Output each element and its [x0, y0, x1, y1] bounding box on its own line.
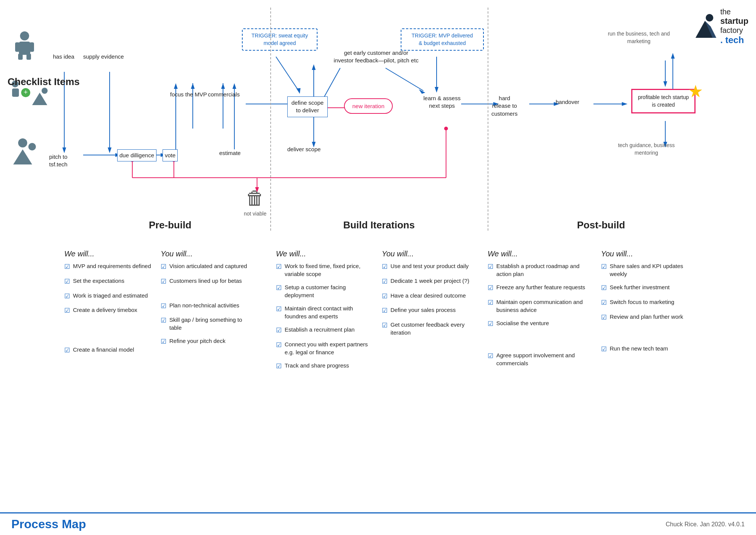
hard-release-label: hardrelease tocustomers: [491, 95, 517, 118]
new-iteration-node: new iteration: [344, 98, 393, 114]
trigger-box-1: TRIGGER: sweat equitymodel agreed: [242, 28, 318, 51]
svg-marker-71: [13, 149, 32, 164]
handover-label: handover: [556, 98, 579, 106]
commercials-label: commercials: [208, 91, 240, 98]
logo-text-line4: . tech: [720, 35, 748, 45]
svg-marker-68: [32, 93, 47, 105]
svg-point-69: [42, 88, 48, 94]
estimate-label: estimate: [219, 149, 241, 157]
post-you-spacer: ☑ Run the new tech team: [601, 344, 699, 354]
check-icon: ☑: [161, 262, 166, 271]
check-icon: ☑: [161, 277, 166, 286]
tech-guidance-label: tech guidance, business mentoring: [609, 142, 684, 157]
build-you-col: You will... ☑ Use and test your product …: [382, 250, 480, 342]
check-icon: ☑: [601, 262, 607, 271]
diagram-area: + has idea supply evidence TRIGGER: swea…: [0, 8, 718, 231]
pre-build-we-col: We will... ☑ MVP and requirements define…: [64, 250, 155, 360]
trigger-box-2: TRIGGER: MVP delivered& budget exhausted: [401, 28, 484, 51]
trigger2-text: TRIGGER: MVP delivered& budget exhausted: [412, 33, 473, 46]
pre-build-we-item-4: ☑ Create a delivery timebox: [64, 306, 155, 315]
svg-marker-26: [419, 89, 425, 94]
post-build-you-label: You will...: [601, 250, 699, 258]
deliver-scope-label: deliver scope: [287, 146, 321, 153]
svg-marker-14: [221, 83, 225, 89]
build-you-item-2: ☑ Dedicate 1 week per project (?): [382, 277, 480, 286]
build-we-col: We will... ☑ Work to fixed time, fixed p…: [276, 250, 374, 376]
logo-text-line2: startup: [720, 16, 748, 26]
pre-build-we-item-3: ☑ Work is triaged and estimated: [64, 292, 155, 301]
pre-build-you-col: You will... ☑ Vision articulated and cap…: [161, 250, 251, 352]
pre-build-you-item-5: ☑ Refine your pitch deck: [161, 337, 251, 346]
check-icon: ☑: [276, 284, 282, 293]
pre-build-you-spacer: ☑ Plan non-technical activities ☑ Skill …: [161, 301, 251, 347]
check-icon: ☑: [64, 292, 70, 301]
pre-build-you-label: You will...: [161, 250, 251, 258]
svg-marker-38: [671, 53, 675, 59]
check-icon: ☑: [488, 262, 493, 271]
focus-mvp-label: focus the MVP: [170, 91, 207, 98]
check-icon: ☑: [161, 337, 166, 346]
run-business-label: run the business, tech and marketing: [601, 30, 677, 45]
svg-point-58: [20, 31, 29, 40]
post-we-item-5: ☑ Agree support involvement and commerci…: [488, 351, 593, 367]
pre-build-you-item-1: ☑ Vision articulated and captured: [161, 262, 251, 271]
check-icon: ☑: [488, 352, 493, 361]
pre-build-you-item-2: ☑ Customers lined up for betas: [161, 277, 251, 286]
trigger1-text: TRIGGER: sweat equitymodel agreed: [251, 33, 308, 46]
svg-marker-42: [435, 87, 438, 93]
svg-marker-6: [108, 147, 112, 153]
check-icon: ☑: [601, 298, 607, 307]
logo-text-line1: the: [720, 8, 748, 16]
divider-1: [270, 8, 271, 231]
check-icon: ☑: [601, 284, 607, 293]
pre-build-you-item-3: ☑ Plan non-technical activities: [161, 301, 251, 311]
build-you-label: You will...: [382, 250, 480, 258]
check-icon: ☑: [382, 306, 387, 315]
svg-line-39: [276, 57, 299, 91]
svg-rect-63: [26, 54, 31, 60]
define-scope-node: define scopeto deliver: [287, 96, 328, 117]
check-icon: ☑: [382, 321, 387, 330]
svg-marker-16: [174, 83, 178, 89]
post-we-item-2: ☑ Freeze any further feature requests: [488, 283, 593, 293]
supply-evidence-label: supply evidence: [83, 53, 124, 60]
trash-icon: 🗑: [244, 187, 266, 209]
svg-marker-22: [312, 64, 316, 70]
pre-build-we-item-1: ☑ MVP and requirements defined: [64, 262, 155, 271]
check-icon: ☑: [64, 346, 70, 355]
check-icon: ☑: [64, 277, 70, 286]
logo-text-line3: factory: [720, 26, 748, 35]
build-you-item-3: ☑ Have a clear desired outcome: [382, 292, 480, 301]
due-dilligence-node: due dilligence: [117, 149, 156, 161]
post-we-item-4: ☑ Socialise the venture: [488, 319, 593, 329]
pitch-to-label: pitch totsf.tech: [49, 153, 67, 169]
not-viable-label: not viable: [244, 211, 266, 217]
post-you-item-5: ☑ Run the new tech team: [601, 344, 699, 354]
check-icon: ☑: [161, 302, 166, 311]
svg-rect-59: [19, 42, 30, 55]
build-we-item-4: ☑ Establish a recruitment plan: [276, 326, 374, 335]
svg-rect-65: [12, 88, 19, 97]
post-we-item-3: ☑ Maintain open communication and busine…: [488, 298, 593, 314]
footer-title: Process Map: [11, 517, 86, 531]
build-we-item-3: ☑ Maintain direct contact with foundres …: [276, 304, 374, 320]
check-icon: ☑: [488, 298, 493, 307]
build-we-item-6: ☑ Track and share progress: [276, 361, 374, 371]
divider-2: [488, 8, 488, 231]
profitable-node: profitable tech startup is created: [631, 89, 696, 113]
svg-marker-4: [62, 147, 66, 153]
post-we-spacer: ☑ Agree support involvement and commerci…: [488, 351, 593, 367]
pre-build-we-item-5: ☑ Create a financial model: [64, 346, 155, 355]
check-icon: ☑: [382, 292, 387, 301]
post-build-we-label: We will...: [488, 250, 593, 258]
check-icon: ☑: [488, 319, 493, 329]
svg-rect-61: [29, 42, 34, 52]
post-you-item-4: ☑ Review and plan further work: [601, 313, 699, 322]
build-you-item-5: ☑ Get customer feedback every iteration: [382, 321, 480, 337]
learn-assess-label: learn & assessnext steps: [423, 95, 460, 110]
check-icon: ☑: [276, 362, 282, 371]
build-you-item-4: ☑ Define your sales process: [382, 306, 480, 315]
check-icon: ☑: [276, 326, 282, 335]
pre-build-we-spacer: ☑ Create a financial model: [64, 346, 155, 355]
check-icon: ☑: [276, 305, 282, 314]
